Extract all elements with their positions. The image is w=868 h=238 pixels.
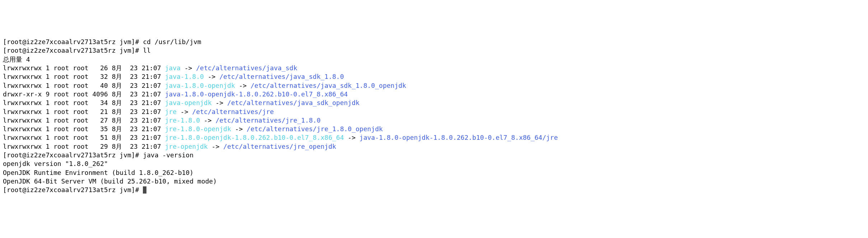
terminal-cursor bbox=[143, 186, 146, 194]
file-listing-row: lrwxrwxrwx 1 root root 40 8月 23 21:07 ja… bbox=[3, 81, 865, 90]
file-permissions: lrwxrwxrwx 1 root root 40 8月 23 21:07 bbox=[3, 82, 165, 89]
symlink-target: /etc/alternatives/jre_1.8.0 bbox=[215, 116, 321, 124]
version-output-line: OpenJDK 64-Bit Server VM (build 25.262-b… bbox=[3, 177, 865, 186]
prompt: [root@iz2ze7xcoaalrv2713at5rz jvm]# bbox=[3, 151, 143, 159]
file-name: java-1.8.0-openjdk-1.8.0.262.b10-0.el7_8… bbox=[165, 90, 347, 98]
command-text: java -version bbox=[143, 151, 193, 159]
command-text: ll bbox=[143, 47, 151, 54]
symlink-target: /etc/alternatives/jre_openjdk bbox=[223, 143, 336, 150]
file-permissions: lrwxrwxrwx 1 root root 21 8月 23 21:07 bbox=[3, 108, 165, 115]
file-name: java-1.8.0 bbox=[165, 73, 204, 80]
file-name: jre-1.8.0 bbox=[165, 116, 200, 124]
total-line: 总用量 4 bbox=[3, 55, 865, 64]
symlink-arrow: -> bbox=[344, 134, 359, 141]
symlink-target: /etc/alternatives/java_sdk_1.8.0_openjdk bbox=[251, 82, 406, 89]
symlink-target: /etc/alternatives/java_sdk_1.8.0 bbox=[219, 73, 344, 80]
symlink-target: java-1.8.0-openjdk-1.8.0.262.b10-0.el7_8… bbox=[359, 134, 558, 141]
file-listing-row: lrwxrwxrwx 1 root root 32 8月 23 21:07 ja… bbox=[3, 72, 865, 81]
file-name: jre-openjdk bbox=[165, 143, 207, 150]
command-line: [root@iz2ze7xcoaalrv2713at5rz jvm]# java… bbox=[3, 151, 865, 160]
command-line: [root@iz2ze7xcoaalrv2713at5rz jvm]# ll bbox=[3, 46, 865, 55]
file-name: jre bbox=[165, 108, 177, 115]
file-listing-row: lrwxrwxrwx 1 root root 26 8月 23 21:07 ja… bbox=[3, 64, 865, 72]
file-listing-row: lrwxrwxrwx 1 root root 34 8月 23 21:07 ja… bbox=[3, 99, 865, 107]
file-name: jre-1.8.0-openjdk bbox=[165, 125, 231, 133]
prompt: [root@iz2ze7xcoaalrv2713at5rz jvm]# bbox=[3, 47, 143, 54]
symlink-arrow: -> bbox=[200, 116, 215, 124]
symlink-arrow: -> bbox=[181, 64, 196, 72]
command-line: [root@iz2ze7xcoaalrv2713at5rz jvm]# cd /… bbox=[3, 38, 865, 46]
file-name: java-openjdk bbox=[165, 99, 211, 106]
file-permissions: lrwxrwxrwx 1 root root 35 8月 23 21:07 bbox=[3, 125, 165, 133]
file-permissions: lrwxrwxrwx 1 root root 51 8月 23 21:07 bbox=[3, 134, 165, 141]
terminal-output[interactable]: [root@iz2ze7xcoaalrv2713at5rz jvm]# cd /… bbox=[3, 38, 865, 194]
symlink-target: /etc/alternatives/java_sdk_openjdk bbox=[227, 99, 359, 106]
file-listing-row: lrwxrwxrwx 1 root root 29 8月 23 21:07 jr… bbox=[3, 142, 865, 151]
version-output-line: openjdk version "1.8.0_262" bbox=[3, 160, 865, 168]
file-name: java bbox=[165, 64, 180, 72]
symlink-target: /etc/alternatives/jre_1.8.0_openjdk bbox=[247, 125, 383, 133]
symlink-arrow: -> bbox=[231, 125, 247, 133]
file-listing-row: lrwxrwxrwx 1 root root 35 8月 23 21:07 jr… bbox=[3, 125, 865, 133]
symlink-arrow: -> bbox=[212, 99, 227, 106]
file-permissions: lrwxrwxrwx 1 root root 34 8月 23 21:07 bbox=[3, 99, 165, 106]
file-name: jre-1.8.0-openjdk-1.8.0.262.b10-0.el7_8.… bbox=[165, 134, 344, 141]
symlink-arrow: -> bbox=[208, 143, 223, 150]
file-permissions: lrwxrwxrwx 1 root root 29 8月 23 21:07 bbox=[3, 143, 165, 150]
command-line: [root@iz2ze7xcoaalrv2713at5rz jvm]# bbox=[3, 186, 865, 194]
prompt: [root@iz2ze7xcoaalrv2713at5rz jvm]# bbox=[3, 186, 143, 194]
file-listing-row: lrwxrwxrwx 1 root root 21 8月 23 21:07 jr… bbox=[3, 108, 865, 116]
file-listing-row: lrwxrwxrwx 1 root root 51 8月 23 21:07 jr… bbox=[3, 133, 865, 142]
symlink-arrow: -> bbox=[235, 82, 251, 89]
file-permissions: lrwxrwxrwx 1 root root 26 8月 23 21:07 bbox=[3, 64, 165, 72]
command-text: cd /usr/lib/jvm bbox=[143, 38, 201, 46]
version-output-line: OpenJDK Runtime Environment (build 1.8.0… bbox=[3, 168, 865, 177]
file-name: java-1.8.0-openjdk bbox=[165, 82, 235, 89]
file-listing-row: drwxr-xr-x 9 root root 4096 8月 23 21:07 … bbox=[3, 90, 865, 99]
symlink-arrow: -> bbox=[177, 108, 192, 115]
prompt: [root@iz2ze7xcoaalrv2713at5rz jvm]# bbox=[3, 38, 143, 46]
symlink-target: /etc/alternatives/java_sdk bbox=[196, 64, 297, 72]
file-permissions: lrwxrwxrwx 1 root root 32 8月 23 21:07 bbox=[3, 73, 165, 80]
file-permissions: drwxr-xr-x 9 root root 4096 8月 23 21:07 bbox=[3, 90, 165, 98]
file-listing-row: lrwxrwxrwx 1 root root 27 8月 23 21:07 jr… bbox=[3, 116, 865, 125]
symlink-arrow: -> bbox=[204, 73, 219, 80]
file-permissions: lrwxrwxrwx 1 root root 27 8月 23 21:07 bbox=[3, 116, 165, 124]
symlink-target: /etc/alternatives/jre bbox=[192, 108, 274, 115]
